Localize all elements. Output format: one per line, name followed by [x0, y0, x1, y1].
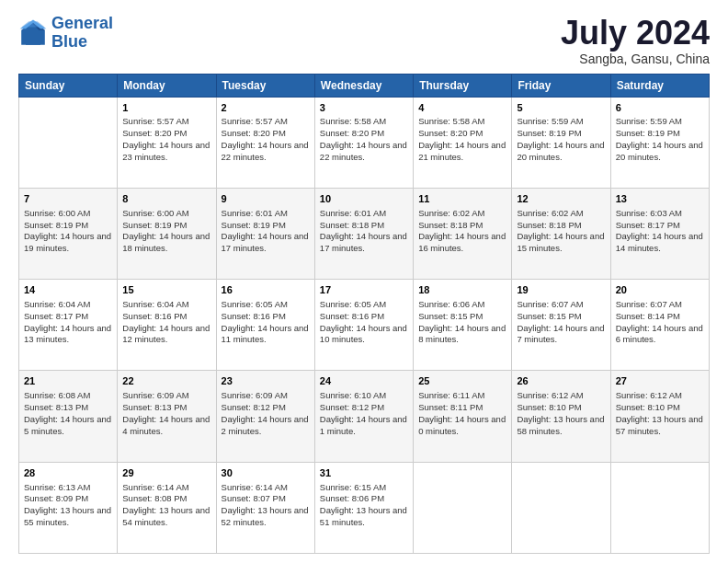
daylight-text: Daylight: 14 hours and 21 minutes.: [418, 140, 506, 162]
sunset-text: Sunset: 8:16 PM: [222, 311, 286, 321]
day-number: 20: [616, 283, 704, 297]
sunrise-text: Sunrise: 5:58 AM: [320, 116, 386, 126]
sunset-text: Sunset: 8:17 PM: [616, 220, 680, 230]
day-number: 1: [122, 101, 210, 115]
sunset-text: Sunset: 8:14 PM: [616, 311, 680, 321]
table-row: 23Sunrise: 6:09 AMSunset: 8:12 PMDayligh…: [216, 371, 314, 462]
col-wednesday: Wednesday: [314, 74, 413, 97]
sunrise-text: Sunrise: 6:10 AM: [320, 390, 386, 400]
sunset-text: Sunset: 8:07 PM: [222, 493, 286, 503]
sunrise-text: Sunrise: 6:05 AM: [320, 299, 386, 309]
day-number: 5: [517, 101, 605, 115]
sunrise-text: Sunrise: 6:00 AM: [24, 208, 90, 218]
header: General Blue July 2024 Sangba, Gansu, Ch…: [18, 15, 710, 66]
daylight-text: Daylight: 14 hours and 20 minutes.: [517, 140, 604, 162]
day-number: 26: [517, 374, 605, 388]
sunset-text: Sunset: 8:17 PM: [24, 311, 88, 321]
day-number: 8: [122, 192, 210, 206]
table-row: 9Sunrise: 6:01 AMSunset: 8:19 PMDaylight…: [216, 188, 314, 279]
table-row: 29Sunrise: 6:14 AMSunset: 8:08 PMDayligh…: [118, 462, 216, 553]
table-row: 30Sunrise: 6:14 AMSunset: 8:07 PMDayligh…: [216, 462, 314, 553]
daylight-text: Daylight: 14 hours and 7 minutes.: [517, 323, 604, 345]
table-row: 13Sunrise: 6:03 AMSunset: 8:17 PMDayligh…: [610, 188, 709, 279]
table-row: 16Sunrise: 6:05 AMSunset: 8:16 PMDayligh…: [216, 280, 314, 371]
sunrise-text: Sunrise: 6:14 AM: [222, 482, 288, 492]
daylight-text: Daylight: 14 hours and 23 minutes.: [122, 140, 210, 162]
table-row: 7Sunrise: 6:00 AMSunset: 8:19 PMDaylight…: [19, 188, 118, 279]
day-number: 2: [222, 101, 310, 115]
day-number: 28: [24, 466, 112, 480]
daylight-text: Daylight: 14 hours and 1 minute.: [320, 414, 407, 436]
table-row: 18Sunrise: 6:06 AMSunset: 8:15 PMDayligh…: [414, 280, 512, 371]
table-row: 12Sunrise: 6:02 AMSunset: 8:18 PMDayligh…: [512, 188, 610, 279]
sunrise-text: Sunrise: 6:14 AM: [122, 482, 188, 492]
table-row: 22Sunrise: 6:09 AMSunset: 8:13 PMDayligh…: [118, 371, 216, 462]
title-block: July 2024 Sangba, Gansu, China: [561, 15, 710, 66]
daylight-text: Daylight: 13 hours and 51 minutes.: [320, 505, 407, 527]
table-row: 11Sunrise: 6:02 AMSunset: 8:18 PMDayligh…: [414, 188, 512, 279]
daylight-text: Daylight: 14 hours and 19 minutes.: [24, 231, 111, 253]
table-row: 14Sunrise: 6:04 AMSunset: 8:17 PMDayligh…: [19, 280, 118, 371]
sunset-text: Sunset: 8:15 PM: [418, 311, 483, 321]
sunrise-text: Sunrise: 6:04 AM: [24, 299, 90, 309]
sunrise-text: Sunrise: 6:09 AM: [222, 390, 288, 400]
sunset-text: Sunset: 8:15 PM: [517, 311, 581, 321]
day-number: 11: [418, 192, 506, 206]
svg-rect-2: [26, 33, 40, 45]
day-number: 14: [24, 283, 112, 297]
daylight-text: Daylight: 14 hours and 4 minutes.: [122, 414, 210, 436]
day-number: 4: [418, 101, 506, 115]
table-row: 20Sunrise: 6:07 AMSunset: 8:14 PMDayligh…: [610, 280, 709, 371]
daylight-text: Daylight: 14 hours and 8 minutes.: [418, 323, 506, 345]
day-number: 27: [616, 374, 704, 388]
sunset-text: Sunset: 8:19 PM: [24, 220, 88, 230]
day-number: 19: [517, 283, 605, 297]
sunset-text: Sunset: 8:09 PM: [24, 493, 88, 503]
col-monday: Monday: [118, 74, 216, 97]
sunset-text: Sunset: 8:16 PM: [320, 311, 384, 321]
daylight-text: Daylight: 14 hours and 6 minutes.: [616, 323, 703, 345]
daylight-text: Daylight: 14 hours and 17 minutes.: [320, 231, 407, 253]
sunset-text: Sunset: 8:19 PM: [222, 220, 286, 230]
daylight-text: Daylight: 14 hours and 10 minutes.: [320, 323, 407, 345]
table-row: 27Sunrise: 6:12 AMSunset: 8:10 PMDayligh…: [610, 371, 709, 462]
daylight-text: Daylight: 14 hours and 18 minutes.: [122, 231, 210, 253]
sunset-text: Sunset: 8:10 PM: [616, 402, 680, 412]
sunrise-text: Sunrise: 5:59 AM: [616, 116, 682, 126]
table-row: 15Sunrise: 6:04 AMSunset: 8:16 PMDayligh…: [118, 280, 216, 371]
table-row: [414, 462, 512, 553]
location: Sangba, Gansu, China: [561, 52, 710, 66]
sunset-text: Sunset: 8:18 PM: [418, 220, 483, 230]
sunset-text: Sunset: 8:08 PM: [122, 493, 187, 503]
day-number: 12: [517, 192, 605, 206]
daylight-text: Daylight: 14 hours and 22 minutes.: [222, 140, 309, 162]
daylight-text: Daylight: 14 hours and 17 minutes.: [222, 231, 309, 253]
logo-icon: [18, 18, 48, 48]
table-row: 21Sunrise: 6:08 AMSunset: 8:13 PMDayligh…: [19, 371, 118, 462]
daylight-text: Daylight: 14 hours and 0 minutes.: [418, 414, 506, 436]
sunset-text: Sunset: 8:12 PM: [320, 402, 384, 412]
sunset-text: Sunset: 8:20 PM: [418, 128, 483, 138]
sunset-text: Sunset: 8:18 PM: [320, 220, 384, 230]
table-row: 24Sunrise: 6:10 AMSunset: 8:12 PMDayligh…: [314, 371, 413, 462]
sunrise-text: Sunrise: 6:02 AM: [418, 208, 484, 218]
sunrise-text: Sunrise: 6:07 AM: [616, 299, 682, 309]
table-row: [19, 97, 118, 188]
sunset-text: Sunset: 8:12 PM: [222, 402, 286, 412]
month-title: July 2024: [561, 15, 710, 52]
table-row: 8Sunrise: 6:00 AMSunset: 8:19 PMDaylight…: [118, 188, 216, 279]
calendar-row: 1Sunrise: 5:57 AMSunset: 8:20 PMDaylight…: [19, 97, 710, 188]
calendar-row: 28Sunrise: 6:13 AMSunset: 8:09 PMDayligh…: [19, 462, 710, 553]
sunrise-text: Sunrise: 6:12 AM: [517, 390, 583, 400]
sunrise-text: Sunrise: 6:00 AM: [122, 208, 188, 218]
daylight-text: Daylight: 14 hours and 13 minutes.: [24, 323, 111, 345]
daylight-text: Daylight: 13 hours and 57 minutes.: [616, 414, 703, 436]
day-number: 17: [320, 283, 408, 297]
logo-text: General Blue: [51, 15, 113, 52]
sunrise-text: Sunrise: 6:01 AM: [320, 208, 386, 218]
sunset-text: Sunset: 8:20 PM: [320, 128, 384, 138]
day-number: 29: [122, 466, 210, 480]
daylight-text: Daylight: 13 hours and 52 minutes.: [222, 505, 309, 527]
sunrise-text: Sunrise: 6:05 AM: [222, 299, 288, 309]
table-row: 26Sunrise: 6:12 AMSunset: 8:10 PMDayligh…: [512, 371, 610, 462]
